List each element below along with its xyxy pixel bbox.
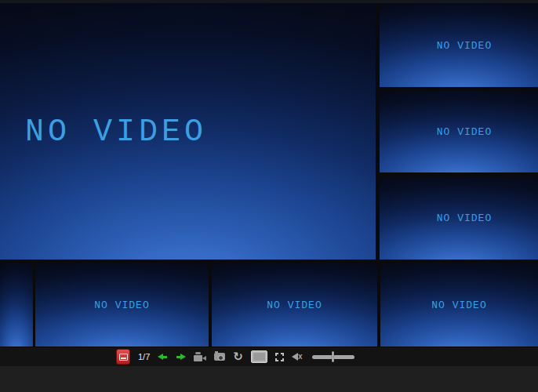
prev-page-button[interactable] <box>158 354 168 361</box>
no-video-label: NO VIDEO <box>431 299 486 310</box>
camcorder-icon <box>194 355 202 361</box>
snapshot-button[interactable] <box>214 353 225 361</box>
video-panel-bottom-left[interactable]: NO VIDEO <box>35 263 209 347</box>
playback-toolbar: 1/7 ↻ x <box>0 347 538 366</box>
no-video-label: NO VIDEO <box>94 299 149 310</box>
video-panel-right-bottom[interactable]: NO VIDEO <box>380 176 538 260</box>
screen-layout-button[interactable] <box>116 349 130 365</box>
video-panel-bottom-sliver[interactable] <box>0 263 33 347</box>
volume-slider[interactable] <box>312 351 354 362</box>
video-panel-right-middle[interactable]: NO VIDEO <box>380 90 538 172</box>
volume-handle[interactable] <box>332 351 334 362</box>
mute-button[interactable]: x <box>292 353 304 361</box>
video-panel-bottom-middle[interactable]: NO VIDEO <box>212 263 377 347</box>
video-panel-bottom-right[interactable]: NO VIDEO <box>380 263 538 347</box>
no-video-label: NO VIDEO <box>25 114 207 149</box>
video-panel-main[interactable]: NO VIDEO <box>0 3 376 260</box>
muted-speaker-icon <box>292 353 298 361</box>
no-video-label: NO VIDEO <box>437 39 492 51</box>
no-video-label: NO VIDEO <box>437 212 492 224</box>
no-video-label: NO VIDEO <box>437 125 492 137</box>
next-page-button[interactable] <box>176 354 186 361</box>
fullscreen-icon <box>275 353 278 356</box>
video-panel-right-top[interactable]: NO VIDEO <box>380 3 538 87</box>
screen-layout-icon <box>119 354 128 361</box>
right-arrow-icon <box>180 354 186 360</box>
display-mode-button[interactable] <box>251 350 267 363</box>
page-indicator: 1/7 <box>138 352 150 361</box>
record-button[interactable] <box>194 352 206 361</box>
no-video-label: NO VIDEO <box>267 299 322 310</box>
refresh-button[interactable]: ↻ <box>233 352 243 362</box>
fullscreen-button[interactable] <box>275 353 284 361</box>
window-footer-area <box>0 366 538 392</box>
